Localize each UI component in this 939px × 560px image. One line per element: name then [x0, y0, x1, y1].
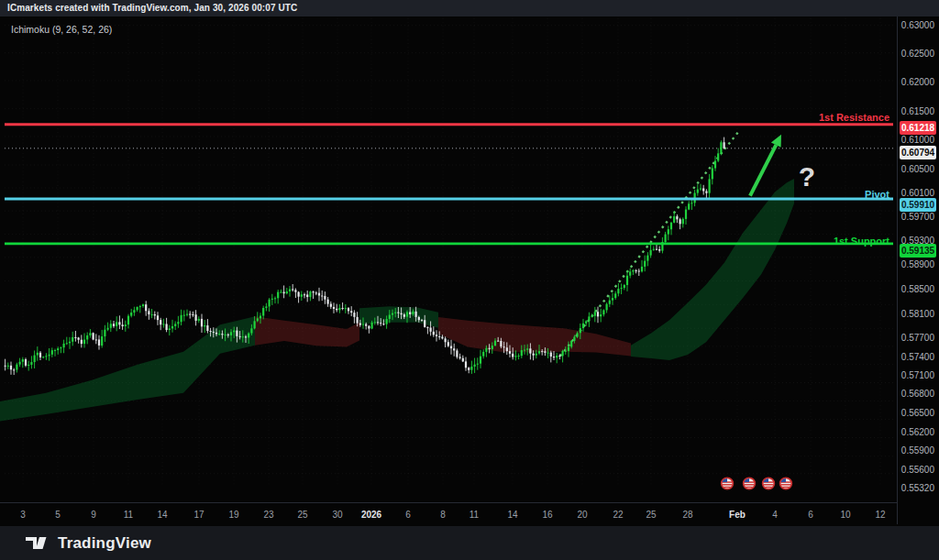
tradingview-chart-window: ICmarkets created with TradingView.com, …: [0, 0, 939, 560]
time-tick-label: Feb: [717, 510, 757, 520]
time-tick-label: 28: [668, 510, 708, 520]
time-tick-label: 11: [454, 510, 494, 520]
price-badge-current: 0.60794: [900, 146, 936, 159]
price-tick-label: 0.59700: [901, 212, 934, 223]
event-flag-icon[interactable]: [780, 478, 792, 489]
indicator-label: Ichimoku (9, 26, 52, 26): [11, 24, 112, 35]
chart-canvas[interactable]: [0, 16, 897, 524]
price-tick-label: 0.57100: [901, 370, 934, 381]
time-axis[interactable]: 3591114171923253020266811141620222528Feb…: [0, 502, 897, 524]
candlestick-series: [5, 137, 725, 375]
tradingview-logo-icon[interactable]: [26, 536, 50, 551]
question-mark-annotation[interactable]: ?: [794, 161, 820, 192]
price-tick-label: 0.62000: [901, 77, 934, 88]
price-tick-label: 0.58900: [901, 259, 934, 270]
arrow-annotation[interactable]: [750, 135, 781, 196]
price-badge-pivot: 0.59910: [900, 198, 936, 212]
price-tick-label: 0.62500: [901, 49, 934, 60]
price-tick-label: 0.56500: [901, 408, 934, 419]
level-label-resistance[interactable]: 1st Resistance: [819, 112, 889, 123]
event-flag-icon[interactable]: [744, 478, 756, 489]
level-label-pivot[interactable]: Pivot: [865, 189, 889, 200]
header-bar: ICmarkets created with TradingView.com, …: [0, 0, 939, 16]
price-axis[interactable]: 0.630000.625000.620000.615000.610000.605…: [897, 16, 939, 524]
brand-name: TradingView: [58, 534, 151, 553]
price-tick-label: 0.55900: [901, 445, 934, 456]
time-tick-label: 4: [755, 510, 795, 520]
price-tick-label: 0.57700: [901, 333, 934, 344]
time-tick-label: 2026: [351, 510, 392, 520]
ichimoku-cloud: [0, 179, 794, 422]
price-tick-label: 0.61000: [901, 135, 934, 146]
price-tick-label: 0.55320: [901, 483, 934, 494]
price-tick-label: 0.61500: [901, 106, 934, 117]
footer-bar: TradingView: [0, 526, 939, 560]
time-tick-label: 5: [38, 510, 78, 520]
price-tick-label: 0.58500: [901, 284, 934, 295]
event-flag-icon[interactable]: [763, 478, 775, 489]
price-tick-label: 0.63000: [901, 20, 934, 31]
price-tick-label: 0.60500: [901, 164, 934, 175]
price-tick-label: 0.56800: [901, 389, 934, 400]
price-tick-label: 0.57400: [901, 352, 934, 363]
event-flag-icon[interactable]: [722, 478, 734, 489]
price-tick-label: 0.55600: [901, 465, 934, 476]
price-tick-label: 0.58100: [901, 309, 934, 320]
price-badge-support: 0.59135: [900, 244, 936, 258]
time-tick-label: 12: [860, 510, 900, 520]
time-tick-label: 14: [142, 510, 182, 520]
attribution-text: ICmarkets created with TradingView.com, …: [7, 3, 297, 13]
level-label-support[interactable]: 1st Support: [834, 236, 889, 247]
price-badge-resistance: 0.61218: [900, 121, 936, 135]
chart-pane[interactable]: Ichimoku (9, 26, 52, 26) 1st ResistanceP…: [0, 16, 897, 524]
time-tick-label: 20: [562, 510, 602, 520]
price-tick-label: 0.56200: [901, 427, 934, 438]
time-tick-label: 25: [631, 510, 671, 520]
